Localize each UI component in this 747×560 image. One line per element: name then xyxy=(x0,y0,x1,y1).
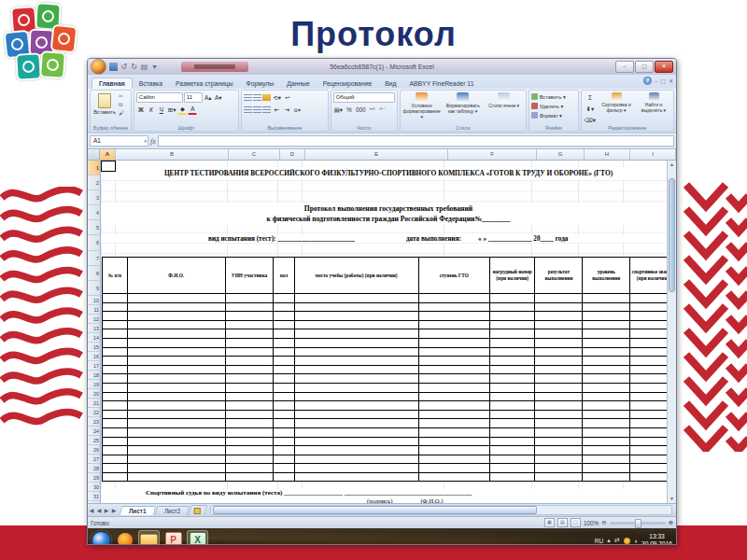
merge-center-icon[interactable]: ⧈▾ xyxy=(292,105,302,115)
fill-button[interactable]: ⬇▾ xyxy=(584,104,597,114)
zoom-slider-knob[interactable] xyxy=(635,519,641,528)
autosum-button[interactable]: Σ xyxy=(584,92,597,103)
sheet-tab[interactable]: Лист2 xyxy=(154,506,190,515)
horizontal-scroll-thumb[interactable] xyxy=(213,506,537,514)
page-break-view-icon[interactable]: ▢ xyxy=(571,518,581,527)
name-box[interactable]: A1 xyxy=(90,135,148,147)
align-right-icon[interactable] xyxy=(262,106,271,113)
zoom-level[interactable]: 100% xyxy=(584,520,599,526)
redo-icon[interactable]: ↻ xyxy=(130,63,138,71)
column-header-C[interactable]: C xyxy=(229,149,280,160)
row-header-11[interactable]: 11 xyxy=(88,305,100,315)
align-center-icon[interactable] xyxy=(253,106,261,113)
normal-view-icon[interactable]: ▦ xyxy=(544,518,555,527)
column-header-F[interactable]: F xyxy=(448,149,537,160)
column-header-I[interactable]: I xyxy=(630,149,676,160)
editing-button[interactable]: Найти и выделить ▾ xyxy=(636,92,671,123)
help-icon[interactable]: ? xyxy=(643,77,652,85)
start-button[interactable] xyxy=(92,531,111,546)
network-icon[interactable]: ⇄ xyxy=(614,537,620,544)
row-header-28[interactable]: 28 xyxy=(88,464,100,473)
increase-decimal-icon[interactable]: ⁺⁰ xyxy=(368,105,377,115)
print-preview-icon[interactable]: ▤ xyxy=(140,63,148,71)
row-header-12[interactable]: 12 xyxy=(88,315,100,324)
row-header-13[interactable]: 13 xyxy=(88,324,100,333)
increase-indent-icon[interactable]: ⇥ xyxy=(282,105,291,115)
volume-icon[interactable]: ◖ xyxy=(634,538,638,544)
zoom-out-icon[interactable]: ⊖ xyxy=(601,519,606,526)
number-format-select[interactable]: Общий xyxy=(333,92,395,103)
editing-button[interactable]: Сортировка и фильтр ▾ xyxy=(599,92,634,123)
ribbon-tab[interactable]: Главная xyxy=(92,77,133,89)
workbook-restore-icon[interactable]: ▢ xyxy=(660,77,666,84)
row-header-30[interactable]: 30 xyxy=(88,483,100,492)
office-button[interactable] xyxy=(91,59,106,75)
column-header-G[interactable]: G xyxy=(537,149,585,160)
bold-button[interactable]: Ж xyxy=(136,105,146,115)
firefox-icon[interactable] xyxy=(115,531,134,546)
taskbar-clock[interactable]: 13:33 30.09.2016 xyxy=(641,533,672,545)
select-all-corner[interactable] xyxy=(88,149,100,160)
row-header-15[interactable]: 15 xyxy=(88,343,100,352)
copy-icon[interactable]: ⧉ xyxy=(119,101,124,108)
tray-expand-icon[interactable]: ▴ xyxy=(607,537,611,544)
shrink-font-button[interactable]: A▾ xyxy=(214,92,223,103)
comma-style-icon[interactable]: 000 xyxy=(355,105,367,115)
italic-button[interactable]: К xyxy=(147,105,156,115)
row-header-21[interactable]: 21 xyxy=(88,399,100,408)
row-header-23[interactable]: 23 xyxy=(88,417,100,427)
column-header-D[interactable]: D xyxy=(280,149,305,160)
ribbon-tab[interactable]: Данные xyxy=(280,78,317,89)
percent-style-icon[interactable]: % xyxy=(345,105,354,115)
row-header-31[interactable]: 31 xyxy=(88,492,100,501)
row-header-29[interactable]: 29 xyxy=(88,473,100,483)
borders-button[interactable]: ⊞▾ xyxy=(167,105,177,115)
row-header-6[interactable]: 6 xyxy=(88,235,100,250)
scroll-down-icon[interactable]: ▼ xyxy=(668,495,676,503)
sheet-tab[interactable]: Лист1 xyxy=(120,506,156,515)
cells-button[interactable]: Вставить ▾ xyxy=(531,92,576,101)
row-header-1[interactable]: 1 xyxy=(88,161,100,175)
workbook-minimize-icon[interactable]: ‒ xyxy=(655,78,657,84)
align-top-icon[interactable] xyxy=(244,94,252,101)
excel-taskbar-icon[interactable]: X xyxy=(187,530,208,546)
ribbon-tab[interactable]: Вид xyxy=(378,78,402,89)
wrap-text-icon[interactable]: ↩ xyxy=(283,92,292,103)
page-layout-view-icon[interactable]: ▤ xyxy=(557,518,568,527)
styles-button[interactable]: Форматировать как таблицу ▾ xyxy=(444,92,483,123)
row-header-2[interactable]: 2 xyxy=(88,175,100,190)
row-header-10[interactable]: 10 xyxy=(88,296,100,305)
row-header-18[interactable]: 18 xyxy=(88,371,100,380)
row-header-25[interactable]: 25 xyxy=(88,436,100,445)
format-painter-icon[interactable]: 🖌 xyxy=(119,109,124,117)
row-header-7[interactable]: 7 xyxy=(88,251,100,266)
save-icon[interactable] xyxy=(109,63,118,71)
align-left-icon[interactable] xyxy=(244,106,252,113)
column-header-B[interactable]: B xyxy=(116,149,229,160)
ribbon-tab[interactable]: Формулы xyxy=(240,78,281,89)
cells-button[interactable]: Формат ▾ xyxy=(531,111,576,119)
zoom-in-icon[interactable]: ⊕ xyxy=(669,519,673,526)
last-sheet-icon[interactable]: ▶ xyxy=(110,507,118,513)
update-icon[interactable] xyxy=(624,538,630,544)
qat-dropdown-icon[interactable]: ▾ xyxy=(150,63,159,71)
row-header-8[interactable]: 8 xyxy=(88,266,100,281)
decrease-decimal-icon[interactable]: ⁰⁻ xyxy=(378,105,388,115)
accounting-format-icon[interactable]: ▤▾ xyxy=(333,105,344,115)
row-header-4[interactable]: 4 xyxy=(88,205,100,220)
powerpoint-icon[interactable]: P xyxy=(163,531,183,546)
column-header-A[interactable]: A xyxy=(100,149,116,160)
row-header-5[interactable]: 5 xyxy=(88,220,100,235)
row-header-14[interactable]: 14 xyxy=(88,333,100,343)
insert-function-icon[interactable]: fx xyxy=(150,137,156,146)
explorer-icon[interactable] xyxy=(138,530,160,546)
tray-language[interactable]: RU xyxy=(595,538,604,544)
next-sheet-icon[interactable]: ▶ xyxy=(103,507,110,513)
styles-button[interactable]: Условное форматирование ▾ xyxy=(402,92,442,123)
ribbon-tab[interactable]: ABBYY FineReader 11 xyxy=(403,78,481,89)
maximize-button[interactable]: ▢ xyxy=(635,61,654,73)
excel-titlebar[interactable]: ↺ ↻ ▤ ▾ 56ea6ccb6587c(1) - Microsoft Exc… xyxy=(88,59,676,75)
row-header-19[interactable]: 19 xyxy=(88,380,100,389)
prev-sheet-icon[interactable]: ◀ xyxy=(95,507,103,513)
font-name-select[interactable]: Calibri xyxy=(136,92,183,103)
